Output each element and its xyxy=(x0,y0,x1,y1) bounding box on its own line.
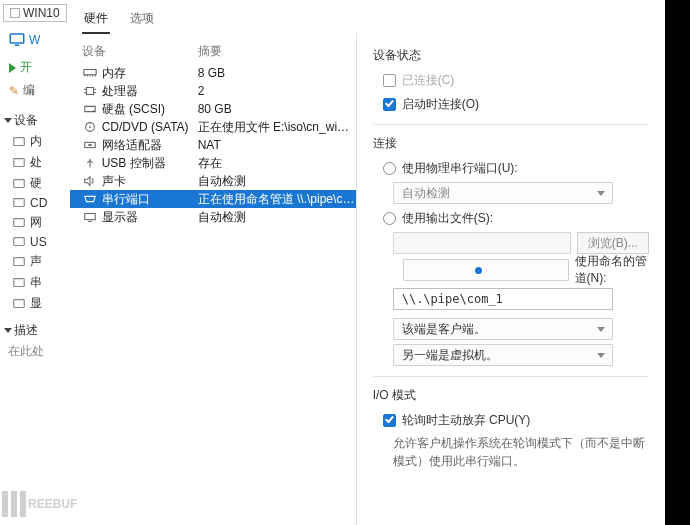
device-row[interactable]: 硬盘 (SCSI)80 GB xyxy=(70,100,356,118)
cpu-icon xyxy=(82,84,98,98)
device-status-title: 设备状态 xyxy=(373,47,649,64)
cd-icon xyxy=(82,120,98,134)
chevron-down-icon xyxy=(597,327,605,332)
settings-dialog: 硬件 选项 设备 摘要 内存8 GB处理器2硬盘 (SCSI)80 GBCD/D… xyxy=(70,0,665,525)
nav-device-item[interactable]: CD xyxy=(0,194,70,212)
use-named-pipe-radio[interactable]: 使用命名的管道(N): xyxy=(383,260,649,280)
app-left-strip: WIN10 W 开 ✎ 编 设备 内处硬CD网US声串显 xyxy=(0,0,70,525)
tab-options[interactable]: 选项 xyxy=(128,6,156,33)
svg-rect-3 xyxy=(14,158,25,166)
checkbox-checked-icon xyxy=(383,414,396,427)
devices-section-label: 设备 xyxy=(14,112,38,129)
svg-rect-2 xyxy=(14,137,25,145)
svg-rect-8 xyxy=(14,257,25,265)
caret-down-icon xyxy=(4,328,12,333)
svg-rect-5 xyxy=(14,199,25,207)
device-row[interactable]: 处理器2 xyxy=(70,82,356,100)
chevron-down-icon xyxy=(597,191,605,196)
description-section-label: 描述 xyxy=(14,322,38,339)
vm-outer-tab-label: WIN10 xyxy=(23,6,60,20)
description-text: 在此处 xyxy=(0,341,70,362)
edit-settings-action[interactable]: ✎ 编 xyxy=(3,79,67,102)
device-row[interactable]: 内存8 GB xyxy=(70,64,356,82)
memory-icon xyxy=(82,66,98,80)
physical-port-select: 自动检测 xyxy=(393,182,613,204)
monitor-icon xyxy=(8,31,26,49)
device-row[interactable]: CD/DVD (SATA)正在使用文件 E:\iso\cn_wind... xyxy=(70,118,356,136)
pipe-path-input[interactable] xyxy=(393,288,613,310)
yield-cpu-help: 允许客户机操作系统在轮询模式下（而不是中断模式）使用此串行端口。 xyxy=(393,434,649,470)
devices-section-header[interactable]: 设备 xyxy=(0,110,70,131)
svg-rect-11 xyxy=(84,70,96,75)
svg-rect-9 xyxy=(14,278,25,286)
yield-cpu-checkbox[interactable]: 轮询时主动放弃 CPU(Y) xyxy=(383,410,649,430)
connection-title: 连接 xyxy=(373,135,649,152)
svg-rect-7 xyxy=(14,238,25,246)
svg-point-15 xyxy=(89,126,91,128)
connect-at-poweron-checkbox[interactable]: 启动时连接(O) xyxy=(383,94,649,114)
svg-point-13 xyxy=(92,110,93,111)
tab-hardware[interactable]: 硬件 xyxy=(82,6,110,33)
use-physical-radio[interactable]: 使用物理串行端口(U): xyxy=(383,158,649,178)
vm-inner-tab[interactable]: W xyxy=(4,28,44,52)
edit-settings-label: 编 xyxy=(23,82,35,99)
svg-rect-6 xyxy=(14,218,25,226)
radio-icon xyxy=(383,162,396,175)
radio-selected-icon xyxy=(403,259,569,281)
nav-device-item[interactable]: 内 xyxy=(0,131,70,152)
connected-checkbox: 已连接(C) xyxy=(383,70,649,90)
disk-icon xyxy=(82,102,98,116)
watermark: REEBUF xyxy=(2,491,77,517)
device-row[interactable]: 串行端口正在使用命名管道 \\.\pipe\co... xyxy=(70,190,356,208)
device-row[interactable]: 显示器自动检测 xyxy=(70,208,356,226)
power-on-action[interactable]: 开 xyxy=(3,56,67,79)
usb-icon xyxy=(82,156,98,170)
svg-rect-1 xyxy=(15,45,20,47)
output-file-field xyxy=(393,232,571,254)
nav-device-item[interactable]: 硬 xyxy=(0,173,70,194)
io-mode-title: I/O 模式 xyxy=(373,387,649,404)
nav-device-item[interactable]: 串 xyxy=(0,272,70,293)
svg-rect-0 xyxy=(10,34,24,43)
net-icon xyxy=(82,138,98,152)
pencil-icon: ✎ xyxy=(9,84,19,98)
device-row[interactable]: USB 控制器存在 xyxy=(70,154,356,172)
chevron-down-icon xyxy=(597,353,605,358)
device-settings-panel: 设备状态 已连接(C) 启动时连接(O) 连接 使用物理串行端口(U): 自动检… xyxy=(356,33,665,525)
serial-icon xyxy=(82,192,98,206)
svg-rect-10 xyxy=(14,299,25,307)
checkbox-checked-icon xyxy=(383,98,396,111)
sound-icon xyxy=(82,174,98,188)
device-row[interactable]: 网络适配器NAT xyxy=(70,136,356,154)
caret-down-icon xyxy=(4,118,12,123)
device-row[interactable]: 声卡自动检测 xyxy=(70,172,356,190)
vm-outer-tab[interactable]: WIN10 xyxy=(3,4,67,22)
nav-device-item[interactable]: 声 xyxy=(0,251,70,272)
use-output-file-radio[interactable]: 使用输出文件(S): xyxy=(383,208,649,228)
col-summary: 摘要 xyxy=(198,43,222,60)
tab-glyph-icon xyxy=(10,8,20,18)
nav-device-item[interactable]: 处 xyxy=(0,152,70,173)
browse-button: 浏览(B)... xyxy=(577,232,649,254)
play-icon xyxy=(9,63,16,73)
pipe-other-end-select[interactable]: 另一端是虚拟机。 xyxy=(393,344,613,366)
svg-rect-17 xyxy=(88,144,92,146)
power-on-label: 开 xyxy=(20,59,32,76)
nav-device-item[interactable]: 网 xyxy=(0,212,70,233)
vm-inner-tab-label: W xyxy=(29,33,40,47)
nav-device-item[interactable]: 显 xyxy=(0,293,70,314)
pipe-end-select[interactable]: 该端是客户端。 xyxy=(393,318,613,340)
svg-rect-18 xyxy=(84,214,95,220)
radio-icon xyxy=(383,212,396,225)
svg-rect-12 xyxy=(86,88,93,95)
display-icon xyxy=(82,210,98,224)
nav-device-item[interactable]: US xyxy=(0,233,70,251)
col-device: 设备 xyxy=(82,43,198,60)
svg-rect-4 xyxy=(14,179,25,187)
checkbox-icon xyxy=(383,74,396,87)
device-list: 设备 摘要 内存8 GB处理器2硬盘 (SCSI)80 GBCD/DVD (SA… xyxy=(70,33,356,525)
console-black-area xyxy=(665,0,690,525)
description-section-header[interactable]: 描述 xyxy=(0,320,70,341)
